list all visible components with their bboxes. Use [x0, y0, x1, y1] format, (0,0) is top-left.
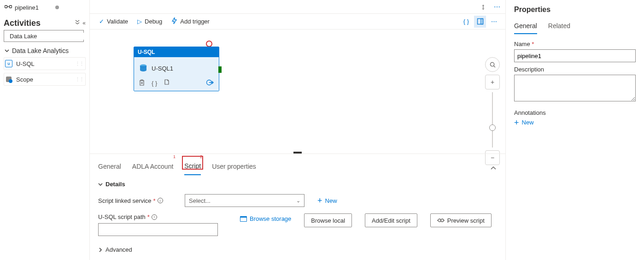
- info-icon[interactable]: i: [158, 198, 163, 203]
- section-advanced[interactable]: Advanced: [98, 246, 497, 253]
- zoom-in-button[interactable]: +: [485, 75, 500, 89]
- bottom-panel: 1 2 General ADLA Account Script User pro…: [90, 154, 505, 253]
- add-annotation-button[interactable]: + New: [514, 119, 636, 126]
- tab-title: pipeline1: [15, 4, 39, 11]
- browse-local-button[interactable]: Browse local: [304, 213, 352, 227]
- pipeline-canvas[interactable]: U-SQL U-SQL1 { }: [90, 30, 505, 152]
- browse-local-label: Browse local: [311, 217, 345, 224]
- search-input[interactable]: [10, 33, 87, 40]
- activity-type-label: U-SQL: [134, 47, 219, 57]
- pipeline-name-input[interactable]: [514, 49, 636, 62]
- more-icon[interactable]: ⋯: [492, 1, 503, 12]
- preview-icon: [437, 217, 445, 224]
- category-data-lake-analytics[interactable]: Data Lake Analytics: [4, 46, 86, 57]
- svg-point-13: [438, 219, 441, 222]
- database-icon: [139, 64, 148, 73]
- browse-storage-label: Browse storage: [250, 215, 291, 222]
- add-edit-script-button[interactable]: Add/Edit script: [365, 213, 417, 227]
- activity-item-usql[interactable]: U U-SQL ⋮⋮: [4, 57, 86, 70]
- activity-item-scope[interactable]: Scope ⋮⋮: [4, 73, 86, 86]
- tab-script[interactable]: Script: [184, 160, 201, 175]
- browse-storage-button[interactable]: Browse storage: [240, 215, 291, 222]
- play-icon: ▷: [137, 18, 142, 25]
- code-icon[interactable]: { }: [152, 80, 157, 87]
- new-label: New: [325, 197, 337, 204]
- window-top-strip: ⤢ ⋯: [90, 0, 505, 14]
- fit-zoom-button[interactable]: [485, 57, 500, 72]
- zoom-slider-handle[interactable]: [489, 124, 496, 131]
- collapse-bottom-icon[interactable]: [491, 164, 497, 171]
- bolt-icon: [171, 18, 177, 25]
- collapse-panel-icon[interactable]: «: [82, 20, 86, 27]
- usql-icon: U: [5, 60, 12, 67]
- pipeline-description-input[interactable]: [514, 75, 636, 101]
- pipeline-icon: [5, 4, 12, 11]
- zoom-control: + −: [485, 57, 500, 165]
- linked-service-select[interactable]: Select... ⌄: [185, 194, 304, 207]
- properties-tab-general[interactable]: General: [514, 20, 537, 34]
- required-marker: *: [147, 213, 150, 220]
- activity-node-usql[interactable]: U-SQL U-SQL1 { }: [134, 47, 219, 91]
- debug-button[interactable]: ▷ Debug: [134, 16, 166, 27]
- properties-tab-related[interactable]: Related: [548, 20, 570, 34]
- open-tab[interactable]: pipeline1: [4, 3, 86, 14]
- chevron-right-icon: [98, 248, 103, 252]
- svg-point-14: [441, 219, 444, 222]
- advanced-label: Advanced: [105, 246, 132, 253]
- copy-icon[interactable]: [164, 79, 170, 87]
- activity-status-icon: [206, 41, 212, 47]
- new-annotation-label: New: [522, 119, 534, 126]
- chevron-down-icon: [98, 182, 103, 187]
- annotations-label: Annotations: [514, 109, 636, 116]
- search-input-wrap[interactable]: [4, 30, 84, 42]
- plus-icon: +: [317, 198, 322, 203]
- activity-item-label: Scope: [16, 76, 33, 83]
- debug-label: Debug: [145, 18, 162, 25]
- output-port[interactable]: [218, 66, 222, 73]
- properties-toggle-button[interactable]: [474, 16, 486, 28]
- callout-2: 2: [200, 154, 202, 159]
- svg-point-11: [490, 62, 494, 66]
- chevron-down-icon: ⌄: [296, 198, 300, 204]
- tab-general[interactable]: General: [98, 160, 121, 175]
- tab-user-properties[interactable]: User properties: [212, 160, 256, 175]
- script-path-input[interactable]: [98, 223, 218, 236]
- linked-service-label: Script linked service: [98, 197, 152, 204]
- script-path-label: U-SQL script path: [98, 213, 146, 220]
- folder-icon: [240, 216, 247, 222]
- callout-1: 1: [173, 154, 176, 159]
- validate-label: Validate: [107, 18, 128, 25]
- svg-rect-0: [5, 6, 7, 8]
- category-label: Data Lake Analytics: [12, 47, 69, 54]
- activity-name-label: U-SQL1: [152, 65, 173, 72]
- activities-sidebar: pipeline1 Activities « Data Lake Analyti…: [0, 0, 90, 260]
- required-marker: *: [153, 197, 156, 204]
- fullscreen-icon[interactable]: ⤢: [475, 0, 491, 14]
- plus-icon: +: [514, 120, 519, 125]
- preview-script-button[interactable]: Preview script: [430, 213, 492, 227]
- properties-panel: Properties General Related Name * Descri…: [506, 0, 644, 260]
- zoom-slider[interactable]: [492, 92, 493, 148]
- pipeline-toolbar: ✓ Validate ▷ Debug Add trigger { } ⋯: [90, 14, 505, 30]
- name-field-label: Name *: [514, 41, 636, 47]
- delete-icon[interactable]: [139, 79, 145, 87]
- validate-button[interactable]: ✓ Validate: [95, 16, 132, 27]
- activity-item-label: U-SQL: [16, 60, 35, 67]
- activities-title: Activities: [4, 18, 41, 28]
- info-icon[interactable]: i: [152, 214, 157, 220]
- add-trigger-button[interactable]: Add trigger: [168, 16, 213, 27]
- preview-label: Preview script: [447, 217, 485, 224]
- drag-grip-icon: ⋮⋮: [75, 61, 83, 67]
- svg-rect-7: [481, 19, 483, 24]
- tab-adla-account[interactable]: ADLA Account: [132, 160, 174, 175]
- drag-grip-icon: ⋮⋮: [75, 77, 83, 83]
- code-view-button[interactable]: { }: [460, 16, 472, 28]
- description-field-label: Description: [514, 66, 636, 73]
- expand-all-icon[interactable]: [75, 20, 80, 27]
- svg-rect-1: [10, 6, 12, 8]
- new-linked-service-button[interactable]: + New: [317, 197, 337, 204]
- run-output-icon[interactable]: [206, 79, 214, 87]
- svg-point-5: [9, 79, 12, 83]
- toolbar-more-button[interactable]: ⋯: [488, 16, 500, 28]
- section-details[interactable]: Details: [98, 181, 497, 188]
